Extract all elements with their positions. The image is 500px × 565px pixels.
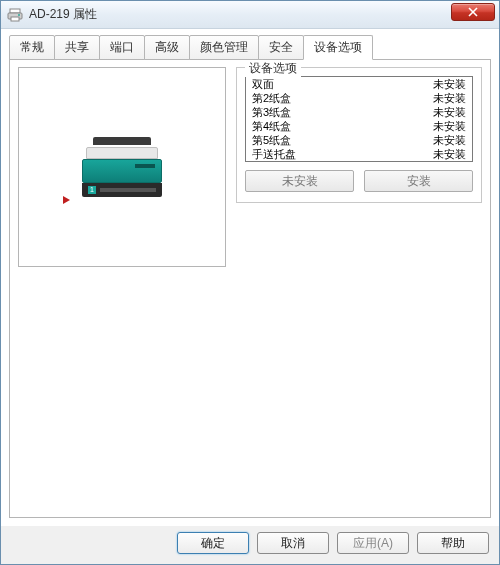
close-button[interactable]	[451, 3, 495, 21]
content-area: 常规 共享 端口 高级 颜色管理 安全 设备选项 1 设备选项	[1, 29, 499, 526]
list-item[interactable]: 第5纸盒 未安装	[246, 133, 472, 147]
option-name: 双面	[252, 77, 274, 91]
device-options-column: 设备选项 双面 未安装 第2纸盒 未安装 第3纸盒 未安装	[236, 67, 482, 509]
install-button[interactable]: 安装	[364, 170, 473, 192]
tab-color-management[interactable]: 颜色管理	[189, 35, 259, 60]
uninstall-button[interactable]: 未安装	[245, 170, 354, 192]
window-title: AD-219 属性	[29, 6, 451, 23]
indicator-arrow-icon	[63, 196, 70, 204]
option-status: 未安装	[433, 77, 466, 91]
option-status: 未安装	[433, 105, 466, 119]
help-button[interactable]: 帮助	[417, 532, 489, 554]
tab-security[interactable]: 安全	[258, 35, 304, 60]
device-options-group: 设备选项 双面 未安装 第2纸盒 未安装 第3纸盒 未安装	[236, 67, 482, 203]
ok-button[interactable]: 确定	[177, 532, 249, 554]
svg-rect-0	[10, 9, 20, 13]
tab-panel-device-options: 1 设备选项 双面 未安装 第2纸盒 未安装	[9, 59, 491, 518]
printer-icon	[7, 7, 23, 23]
options-list[interactable]: 双面 未安装 第2纸盒 未安装 第3纸盒 未安装 第4纸盒	[245, 76, 473, 162]
list-item[interactable]: 第3纸盒 未安装	[246, 105, 472, 119]
tab-sharing[interactable]: 共享	[54, 35, 100, 60]
install-buttons-row: 未安装 安装	[245, 170, 473, 192]
list-item[interactable]: 手送托盘 未安装	[246, 147, 472, 161]
option-name: 第2纸盒	[252, 91, 291, 105]
option-name: 第5纸盒	[252, 133, 291, 147]
list-item[interactable]: 第2纸盒 未安装	[246, 91, 472, 105]
cancel-button[interactable]: 取消	[257, 532, 329, 554]
option-name: 第4纸盒	[252, 119, 291, 133]
option-status: 未安装	[433, 119, 466, 133]
tab-advanced[interactable]: 高级	[144, 35, 190, 60]
option-status: 未安装	[433, 91, 466, 105]
group-title: 设备选项	[245, 60, 301, 77]
dialog-footer: 确定 取消 应用(A) 帮助	[1, 526, 499, 564]
printer-preview: 1	[18, 67, 226, 267]
option-name: 第3纸盒	[252, 105, 291, 119]
option-status: 未安装	[433, 147, 466, 161]
properties-dialog: AD-219 属性 常规 共享 端口 高级 颜色管理 安全 设备选项	[0, 0, 500, 565]
tab-general[interactable]: 常规	[9, 35, 55, 60]
tab-ports[interactable]: 端口	[99, 35, 145, 60]
tab-strip: 常规 共享 端口 高级 颜色管理 安全 设备选项	[9, 35, 491, 60]
option-status: 未安装	[433, 133, 466, 147]
svg-rect-2	[11, 17, 19, 21]
titlebar[interactable]: AD-219 属性	[1, 1, 499, 29]
svg-point-3	[18, 14, 20, 16]
option-name: 手送托盘	[252, 147, 296, 161]
tab-device-options[interactable]: 设备选项	[303, 35, 373, 60]
list-item[interactable]: 双面 未安装	[246, 77, 472, 91]
list-item[interactable]: 第4纸盒 未安装	[246, 119, 472, 133]
apply-button[interactable]: 应用(A)	[337, 532, 409, 554]
printer-illustration: 1	[82, 137, 162, 197]
